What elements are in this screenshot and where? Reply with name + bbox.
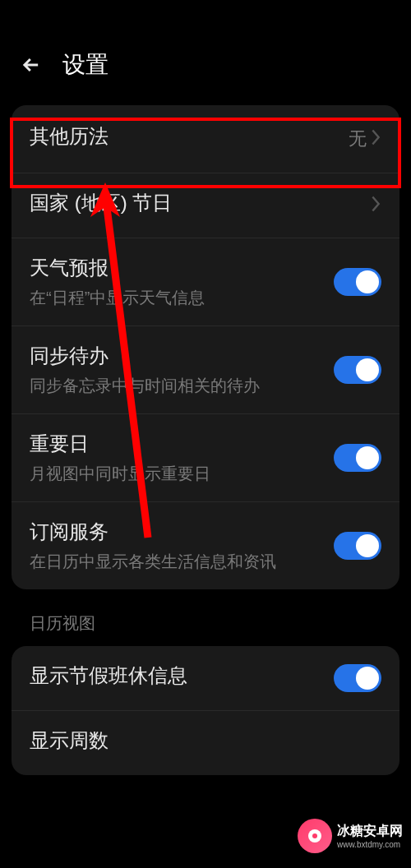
chevron-right-icon [370, 128, 381, 150]
setting-label: 显示节假班休信息 [30, 663, 334, 689]
setting-label: 其他历法 [30, 123, 349, 150]
setting-label: 显示周数 [30, 727, 381, 754]
setting-desc: 在“日程”中显示天气信息 [30, 286, 334, 309]
setting-alt-calendar[interactable]: 其他历法 无 [12, 105, 399, 173]
watermark-logo-icon [298, 819, 332, 853]
back-button[interactable] [20, 53, 43, 76]
settings-group-general: 其他历法 无 国家 (地区) 节日 天气预报 在“日程”中显示天气信息 同步待办… [12, 105, 399, 589]
page-title: 设置 [62, 49, 109, 81]
toggle-sync-todo[interactable] [334, 356, 381, 384]
setting-holiday-info[interactable]: 显示节假班休信息 [12, 646, 399, 711]
setting-important-day[interactable]: 重要日 月视图中同时显示重要日 [12, 414, 399, 502]
arrow-left-icon [20, 53, 43, 76]
setting-desc: 在日历中显示各类生活信息和资讯 [30, 550, 334, 573]
setting-sync-todo[interactable]: 同步待办 同步备忘录中与时间相关的待办 [12, 326, 399, 414]
watermark: 冰糖安卓网 www.bxtdmy.com [298, 819, 403, 853]
setting-label: 天气预报 [30, 255, 334, 281]
settings-group-view: 显示节假班休信息 显示周数 [12, 646, 399, 775]
setting-label: 同步待办 [30, 343, 334, 369]
setting-label: 重要日 [30, 431, 334, 457]
toggle-weather[interactable] [334, 268, 381, 296]
section-title-view: 日历视图 [0, 609, 411, 646]
setting-desc: 月视图中同时显示重要日 [30, 462, 334, 485]
setting-label: 订阅服务 [30, 519, 334, 545]
setting-value: 无 [349, 127, 367, 151]
page-header: 设置 [0, 33, 411, 105]
chevron-right-icon [370, 195, 381, 216]
setting-desc: 同步备忘录中与时间相关的待办 [30, 374, 334, 397]
toggle-important-day[interactable] [334, 444, 381, 472]
watermark-url: www.bxtdmy.com [337, 840, 400, 849]
status-bar [0, 0, 411, 33]
setting-country-holiday[interactable]: 国家 (地区) 节日 [12, 173, 399, 238]
toggle-subscription[interactable] [334, 532, 381, 560]
setting-weather[interactable]: 天气预报 在“日程”中显示天气信息 [12, 238, 399, 326]
toggle-holiday-info[interactable] [334, 664, 381, 692]
setting-week-number[interactable]: 显示周数 [12, 711, 399, 775]
watermark-name: 冰糖安卓网 [337, 823, 403, 840]
setting-label: 国家 (地区) 节日 [30, 190, 370, 216]
setting-subscription[interactable]: 订阅服务 在日历中显示各类生活信息和资讯 [12, 502, 399, 589]
